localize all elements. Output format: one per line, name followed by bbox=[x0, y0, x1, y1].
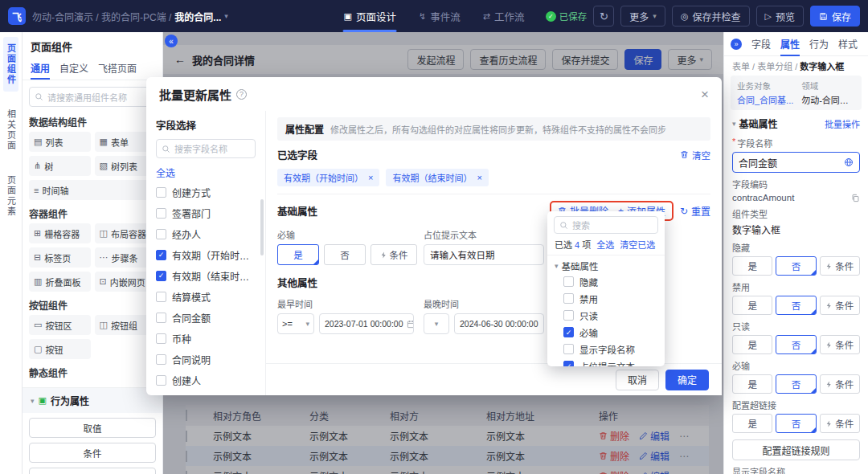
toggle-condition-button[interactable]: 条件 bbox=[820, 296, 860, 315]
checkbox[interactable] bbox=[156, 208, 166, 219]
behavior-item-1[interactable]: 条件 bbox=[29, 443, 156, 463]
toggle-yes-button[interactable]: 是 bbox=[732, 256, 772, 276]
dropdown-option-0[interactable]: 隐藏 bbox=[547, 273, 665, 290]
checkbox[interactable] bbox=[156, 292, 166, 302]
behavior-section-header[interactable]: ▾ ▣ 行为属性 bbox=[23, 387, 162, 413]
placeholder-input[interactable]: 请输入有效日期 bbox=[424, 244, 544, 265]
remove-tag-icon[interactable]: × bbox=[368, 173, 373, 182]
field-item-2[interactable]: 经办人 bbox=[156, 223, 256, 244]
field-item-1[interactable]: 签署部门 bbox=[156, 202, 256, 223]
more-button[interactable]: 更多▾ bbox=[620, 6, 665, 27]
chevron-down-icon[interactable]: ▾ bbox=[732, 120, 736, 128]
toggle-no-button[interactable]: 否 bbox=[776, 374, 816, 394]
toggle-condition-button[interactable]: 条件 bbox=[820, 414, 860, 433]
topbar-tab-1[interactable]: ↯事件流 bbox=[408, 0, 471, 32]
toggle-condition-button[interactable]: 条件 bbox=[820, 374, 860, 394]
dropdown-option-3[interactable]: ✓必输 bbox=[547, 324, 665, 341]
cancel-button[interactable]: 取消 bbox=[616, 370, 659, 390]
component-item-0-2[interactable]: ⋔树 bbox=[29, 156, 91, 176]
dropdown-group-header[interactable]: ▾ 基础属性 bbox=[547, 255, 665, 273]
checkbox[interactable] bbox=[156, 333, 166, 344]
checkbox[interactable]: ✓ bbox=[563, 361, 574, 366]
latest-date-input[interactable]: 2024-06-30 00:00:00 bbox=[454, 313, 544, 334]
breadcrumb-current[interactable]: 我的合同... bbox=[174, 10, 221, 23]
expand-panel-icon[interactable]: » bbox=[731, 39, 742, 50]
dropdown-option-1[interactable]: 禁用 bbox=[547, 290, 665, 307]
biz-object-value[interactable]: 合同_合同基... bbox=[737, 93, 801, 106]
component-search-input[interactable]: 请搜索通用组件名称 bbox=[29, 87, 156, 107]
toggle-yes-button[interactable]: 是 bbox=[732, 296, 772, 315]
required-yes-button[interactable]: 是 bbox=[277, 244, 319, 265]
component-item-2-2[interactable]: ▢按钮 bbox=[29, 339, 91, 359]
toggle-yes-button[interactable]: 是 bbox=[732, 374, 772, 394]
checkbox[interactable] bbox=[156, 354, 166, 365]
field-item-7[interactable]: 币种 bbox=[156, 328, 256, 349]
checkbox[interactable] bbox=[563, 344, 574, 354]
select-all-link[interactable]: 全选 bbox=[156, 158, 256, 182]
field-item-5[interactable]: 结算模式 bbox=[156, 286, 256, 307]
checkbox[interactable] bbox=[156, 187, 166, 198]
component-tab-2[interactable]: 飞搭页面 bbox=[98, 57, 137, 80]
field-item-0[interactable]: 创建方式 bbox=[156, 182, 256, 202]
behavior-item-0[interactable]: 取值 bbox=[29, 418, 156, 438]
refresh-button[interactable]: ↻ bbox=[593, 6, 614, 27]
dropdown-select-all[interactable]: 全选 bbox=[596, 238, 614, 251]
hyperlink-rule-button[interactable]: 配置超链接规则 bbox=[732, 439, 860, 460]
dropdown-option-5[interactable]: ✓占位提示文本 bbox=[547, 358, 665, 366]
toggle-no-button[interactable]: 否 bbox=[776, 335, 816, 354]
toggle-yes-button[interactable]: 是 bbox=[732, 414, 772, 433]
required-no-button[interactable]: 否 bbox=[324, 244, 366, 265]
copy-icon[interactable] bbox=[851, 194, 860, 202]
rail-item-1[interactable]: 相关页面 bbox=[3, 103, 18, 157]
chevron-down-icon[interactable]: ▾ bbox=[224, 12, 228, 20]
preview-button[interactable]: ▷预览 bbox=[756, 6, 804, 27]
topbar-tab-0[interactable]: ▣页面设计 bbox=[334, 0, 407, 32]
clear-selected-button[interactable]: 清空 bbox=[680, 149, 710, 161]
rail-item-2[interactable]: 页面元素 bbox=[3, 169, 18, 223]
properties-tab-2[interactable]: 行为 bbox=[809, 32, 829, 56]
properties-tab-0[interactable]: 字段 bbox=[751, 32, 771, 56]
save-button[interactable]: 保存 bbox=[810, 6, 860, 27]
field-search-input[interactable]: 搜索字段名称 bbox=[156, 139, 256, 158]
toggle-condition-button[interactable]: 条件 bbox=[820, 256, 860, 276]
reset-button[interactable]: ↻重置 bbox=[680, 204, 710, 218]
checkbox[interactable]: ✓ bbox=[156, 271, 166, 281]
close-icon[interactable]: × bbox=[701, 88, 709, 101]
help-icon[interactable]: ? bbox=[236, 89, 247, 100]
toggle-condition-button[interactable]: 条件 bbox=[820, 335, 860, 354]
globe-icon[interactable] bbox=[844, 157, 854, 167]
rail-item-0[interactable]: 页面组件 bbox=[3, 37, 18, 92]
checkbox[interactable] bbox=[156, 229, 166, 239]
required-condition-button[interactable]: 条件 bbox=[371, 244, 417, 265]
dropdown-clear-selected[interactable]: 清空已选 bbox=[620, 238, 655, 251]
save-check-button[interactable]: ◎保存并检查 bbox=[672, 6, 750, 27]
field-item-6[interactable]: 合同金额 bbox=[156, 307, 256, 328]
batch-operation-link[interactable]: 批量操作 bbox=[825, 117, 860, 130]
component-item-0-0[interactable]: ▤列表 bbox=[29, 132, 91, 152]
behavior-item-2[interactable]: 关系 bbox=[29, 468, 156, 474]
app-logo[interactable]: 飞 bbox=[8, 7, 26, 25]
topbar-tab-2[interactable]: ⇄工作流 bbox=[473, 0, 535, 32]
properties-tab-3[interactable]: 样式 bbox=[838, 32, 858, 56]
checkbox[interactable] bbox=[563, 310, 574, 321]
component-item-2-0[interactable]: ▭按钮区 bbox=[29, 315, 91, 335]
field-item-4[interactable]: ✓有效期（结束时间） bbox=[156, 265, 256, 286]
toggle-no-button[interactable]: 否 bbox=[776, 414, 816, 433]
checkbox[interactable] bbox=[563, 276, 574, 287]
component-tab-0[interactable]: 通用 bbox=[31, 57, 50, 80]
dropdown-option-2[interactable]: 只读 bbox=[547, 307, 665, 324]
checkbox[interactable] bbox=[563, 293, 574, 304]
field-name-input[interactable]: 合同金额 bbox=[732, 152, 860, 173]
toggle-no-button[interactable]: 否 bbox=[776, 296, 816, 315]
latest-op-select[interactable]: ▾ bbox=[424, 313, 449, 334]
component-item-1-4[interactable]: ▥折叠面板 bbox=[29, 272, 91, 292]
component-item-0-4[interactable]: ≡时间轴 bbox=[29, 180, 156, 200]
toggle-no-button[interactable]: 否 bbox=[776, 256, 816, 276]
field-item-9[interactable]: 创建人 bbox=[156, 370, 256, 390]
scrollbar[interactable] bbox=[260, 199, 264, 255]
checkbox[interactable]: ✓ bbox=[156, 250, 166, 260]
field-item-3[interactable]: ✓有效期（开始时间） bbox=[156, 244, 256, 265]
collapse-left-panel-icon[interactable]: « bbox=[165, 35, 178, 47]
component-item-1-2[interactable]: ⊟标签页 bbox=[29, 247, 91, 268]
component-tab-1[interactable]: 自定义 bbox=[59, 57, 88, 80]
